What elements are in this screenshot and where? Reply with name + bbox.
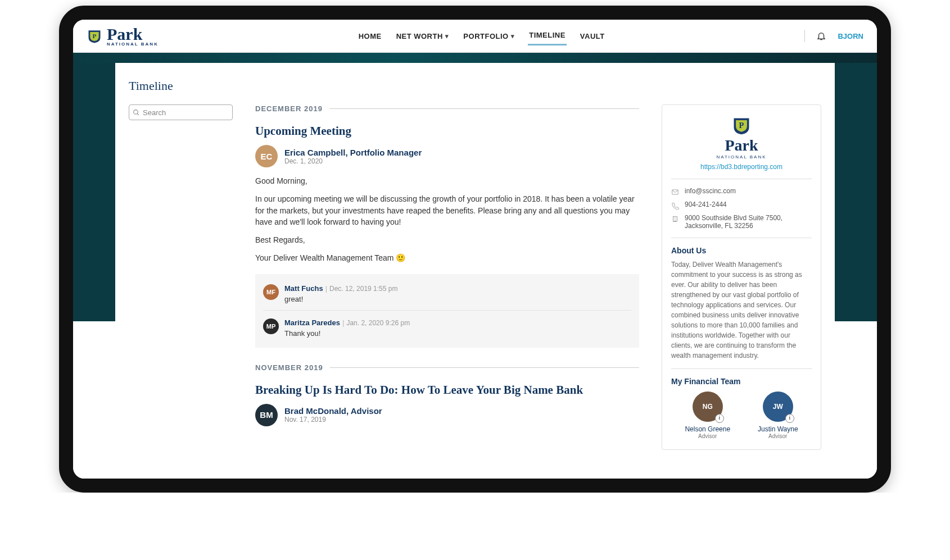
author-name: Erica Campbell, Portfolio Manager xyxy=(284,148,422,157)
sidebar-url[interactable]: https://bd3.bdreporting.com xyxy=(671,163,812,171)
page-title: Timeline xyxy=(129,79,835,93)
reply: MFMatt Fuchs|Dec. 12, 2019 1:55 pmgreat! xyxy=(263,281,631,307)
author-date: Dec. 1, 2020 xyxy=(284,157,422,165)
section-label: NOVEMBER 2019 xyxy=(255,363,639,372)
avatar: JWi xyxy=(763,391,793,422)
about-text: Today, Deliver Wealth Management's commi… xyxy=(671,259,812,361)
nav-vault[interactable]: VAULT xyxy=(579,26,606,45)
sidebar: P Park NATIONAL BANK https://bd3.bdrepor… xyxy=(662,104,821,450)
svg-line-2 xyxy=(137,113,139,115)
nav-timeline[interactable]: TIMELINE xyxy=(528,26,567,45)
reply-author: Maritza Paredes xyxy=(284,318,340,327)
chevron-down-icon: ▾ xyxy=(511,33,515,40)
reply-body: great! xyxy=(284,295,397,303)
post-body: Good Morning,In our upcoming meeting we … xyxy=(255,175,639,264)
reply: MPMaritza Paredes|Jan. 2, 2020 9:26 pmTh… xyxy=(263,310,631,341)
sidebar-brand-name: Park xyxy=(671,136,812,154)
about-heading: About Us xyxy=(671,246,812,255)
svg-rect-4 xyxy=(672,190,678,194)
reply-body: Thank you! xyxy=(284,329,410,338)
search-icon xyxy=(133,109,140,116)
member-name: Nelson Greene xyxy=(685,425,730,433)
brand-name: Park xyxy=(107,26,159,43)
contact-email[interactable]: info@sscinc.com xyxy=(671,187,812,196)
contact-phone[interactable]: 904-241-2444 xyxy=(671,201,812,210)
post-author: BMBrad McDonald, AdvisorNov. 17, 2019 xyxy=(255,404,639,426)
info-icon[interactable]: i xyxy=(715,414,724,423)
reply-meta: Dec. 12, 2019 1:55 pm xyxy=(329,285,397,293)
author-name: Brad McDonald, Advisor xyxy=(284,406,382,416)
info-icon[interactable]: i xyxy=(785,414,794,423)
svg-text:P: P xyxy=(93,33,97,39)
svg-text:P: P xyxy=(739,121,744,130)
contact-address: 9000 Southside Blvd Suite 7500, Jacksonv… xyxy=(671,214,812,230)
hero-strip xyxy=(73,53,877,63)
svg-rect-5 xyxy=(673,216,677,221)
team-member[interactable]: JWiJustin WayneAdvisor xyxy=(758,391,798,439)
post-title[interactable]: Upcoming Meeting xyxy=(255,124,639,138)
phone-icon xyxy=(671,202,679,210)
section-label: DECEMBER 2019 xyxy=(255,104,639,113)
sidebar-brand-badge-icon: P xyxy=(731,115,752,135)
member-role: Advisor xyxy=(685,433,730,439)
post-author: ECErica Campbell, Portfolio ManagerDec. … xyxy=(255,145,639,167)
chevron-down-icon: ▾ xyxy=(445,33,449,40)
member-name: Justin Wayne xyxy=(758,425,798,433)
search-placeholder: Search xyxy=(143,108,166,117)
avatar: MF xyxy=(263,284,279,300)
building-icon xyxy=(671,215,679,223)
brand-badge-icon: P xyxy=(87,28,102,44)
avatar: NGi xyxy=(693,391,723,422)
svg-point-1 xyxy=(134,110,138,114)
brand-subtitle: NATIONAL BANK xyxy=(107,42,159,47)
nav-portfolio[interactable]: PORTFOLIO▾ xyxy=(462,26,515,45)
mail-icon xyxy=(671,188,679,196)
avatar: BM xyxy=(255,404,278,426)
team-member[interactable]: NGiNelson GreeneAdvisor xyxy=(685,391,730,439)
device-camera xyxy=(469,8,481,19)
avatar: MP xyxy=(263,318,279,334)
top-nav: P Park NATIONAL BANK HOMENET WORTH▾PORTF… xyxy=(73,20,877,53)
reply-author: Matt Fuchs xyxy=(284,284,323,293)
avatar: EC xyxy=(255,145,278,167)
member-role: Advisor xyxy=(758,433,798,439)
team-heading: My Financial Team xyxy=(671,377,812,386)
nav-divider xyxy=(804,30,805,42)
post-title[interactable]: Breaking Up Is Hard To Do: How To Leave … xyxy=(255,383,639,397)
notifications-icon[interactable] xyxy=(816,31,826,41)
brand-logo[interactable]: P Park NATIONAL BANK xyxy=(87,26,159,47)
reply-meta: Jan. 2, 2020 9:26 pm xyxy=(346,319,410,327)
nav-net-worth[interactable]: NET WORTH▾ xyxy=(395,26,450,45)
sidebar-brand-sub: NATIONAL BANK xyxy=(671,154,812,160)
search-input[interactable]: Search xyxy=(129,104,233,120)
replies: MFMatt Fuchs|Dec. 12, 2019 1:55 pmgreat!… xyxy=(255,274,639,348)
author-date: Nov. 17, 2019 xyxy=(284,416,382,424)
nav-home[interactable]: HOME xyxy=(358,26,383,45)
user-menu[interactable]: BJORN xyxy=(838,32,863,40)
